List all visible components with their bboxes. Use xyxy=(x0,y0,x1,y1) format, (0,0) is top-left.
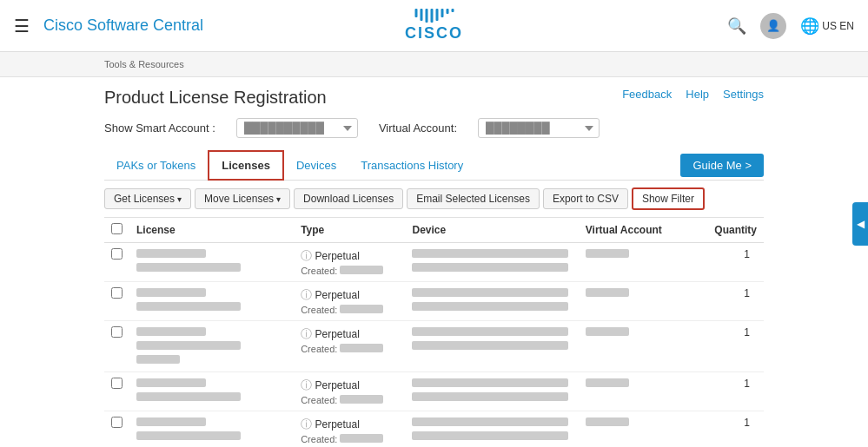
quantity-value: 1 xyxy=(744,378,750,390)
right-panel-handle[interactable]: ◀ xyxy=(852,202,868,246)
tab-paks-tokens[interactable]: PAKs or Tokens xyxy=(104,152,208,179)
row-checkbox[interactable] xyxy=(111,287,123,299)
device-name-blurred xyxy=(412,417,568,426)
licenses-table: License Type Device Virtual Account Quan… xyxy=(104,218,764,447)
type-created: Created: xyxy=(301,305,398,315)
table-row: ⓘ Perpetual Created: 1 xyxy=(104,372,764,411)
device-name-blurred xyxy=(412,378,568,387)
row-quantity-cell: 1 xyxy=(697,372,764,411)
cisco-logo: CISCO xyxy=(405,9,463,43)
toolbar: Get Licenses ▾ Move Licenses ▾ Download … xyxy=(104,181,764,218)
quantity-value: 1 xyxy=(744,248,750,260)
license-name-blurred xyxy=(136,327,206,336)
virtual-account-blurred xyxy=(586,288,629,297)
type-created: Created: xyxy=(301,395,398,405)
tab-licenses[interactable]: Licenses xyxy=(208,150,284,181)
device-detail-blurred xyxy=(412,263,568,272)
search-icon[interactable]: 🔍 xyxy=(727,16,746,36)
app-title: Cisco Software Central xyxy=(43,16,203,35)
col-header-checkbox xyxy=(104,218,129,243)
virtual-account-select[interactable]: ████████ xyxy=(478,118,600,138)
avatar[interactable]: 👤 xyxy=(760,13,786,39)
table-body: ⓘ Perpetual Created: 1 xyxy=(104,243,764,448)
row-type-cell: ⓘ Perpetual Created: xyxy=(294,243,405,282)
settings-link[interactable]: Settings xyxy=(723,88,764,101)
row-virtual-account-cell xyxy=(579,321,697,372)
col-header-device: Device xyxy=(405,218,578,243)
license-name-blurred xyxy=(136,288,206,297)
virtual-account-blurred xyxy=(586,417,629,426)
type-label: Perpetual xyxy=(315,418,360,431)
row-checkbox-cell xyxy=(104,372,129,411)
type-created: Created: xyxy=(301,344,398,354)
table-row: ⓘ Perpetual Created: 1 xyxy=(104,243,764,282)
move-licenses-dropdown-icon: ▾ xyxy=(276,194,281,204)
license-detail-blurred xyxy=(136,263,241,272)
page-header-row: Product License Registration Feedback He… xyxy=(104,88,764,108)
smart-account-select[interactable]: ██████████ xyxy=(236,118,358,138)
bar5 xyxy=(435,9,438,21)
license-name-blurred xyxy=(136,249,206,258)
bar2 xyxy=(420,9,422,21)
select-all-checkbox[interactable] xyxy=(111,223,123,234)
virtual-account-label: Virtual Account: xyxy=(379,122,457,135)
show-filter-button[interactable]: Show Filter xyxy=(632,187,705,210)
bar7 xyxy=(446,9,448,14)
right-handle-icon: ◀ xyxy=(857,218,865,230)
row-device-cell xyxy=(405,282,578,321)
device-name-blurred xyxy=(412,249,568,258)
type-created: Created: xyxy=(301,434,398,444)
move-licenses-button[interactable]: Move Licenses ▾ xyxy=(195,188,290,209)
licenses-table-container: License Type Device Virtual Account Quan… xyxy=(104,218,764,447)
row-device-cell xyxy=(405,372,578,411)
row-quantity-cell: 1 xyxy=(697,282,764,321)
row-type-cell: ⓘ Perpetual Created: xyxy=(294,372,405,411)
license-extra-blurred xyxy=(136,355,180,364)
row-checkbox[interactable] xyxy=(111,417,123,428)
row-checkbox-cell xyxy=(104,411,129,448)
row-quantity-cell: 1 xyxy=(697,411,764,448)
type-label: Perpetual xyxy=(315,250,360,262)
download-licenses-button[interactable]: Download Licenses xyxy=(294,188,403,209)
tab-transactions-history[interactable]: Transactions History xyxy=(348,152,475,179)
col-header-quantity: Quantity xyxy=(697,218,764,243)
row-device-cell xyxy=(405,321,578,372)
row-license-cell xyxy=(129,372,294,411)
get-licenses-dropdown-icon: ▾ xyxy=(177,194,182,204)
row-checkbox[interactable] xyxy=(111,248,123,260)
table-row: ⓘ Perpetual Created: 1 xyxy=(104,282,764,321)
row-type-cell: ⓘ Perpetual Created: xyxy=(294,321,405,372)
help-link[interactable]: Help xyxy=(686,88,709,101)
language-selector[interactable]: 🌐 US EN xyxy=(800,16,854,36)
table-header-row: License Type Device Virtual Account Quan… xyxy=(104,218,764,243)
get-licenses-button[interactable]: Get Licenses ▾ xyxy=(104,188,191,209)
table-row: ⓘ Perpetual Created: 1 xyxy=(104,411,764,448)
license-detail-blurred xyxy=(136,341,241,350)
menu-icon[interactable]: ☰ xyxy=(14,17,30,35)
device-detail-blurred xyxy=(412,341,568,350)
row-device-cell xyxy=(405,243,578,282)
row-license-cell xyxy=(129,411,294,448)
quantity-value: 1 xyxy=(744,287,750,299)
info-icon: ⓘ xyxy=(301,417,312,431)
email-licenses-button[interactable]: Email Selected Licenses xyxy=(407,188,540,209)
bar1 xyxy=(414,9,417,17)
license-name-blurred xyxy=(136,378,206,387)
lang-label: US EN xyxy=(822,20,854,32)
tab-devices[interactable]: Devices xyxy=(284,152,348,179)
export-csv-button[interactable]: Export to CSV xyxy=(543,188,628,209)
virtual-account-blurred xyxy=(586,378,629,387)
row-checkbox[interactable] xyxy=(111,378,123,389)
device-name-blurred xyxy=(412,288,568,297)
info-icon: ⓘ xyxy=(301,288,312,301)
row-checkbox-cell xyxy=(104,243,129,282)
feedback-link[interactable]: Feedback xyxy=(622,88,672,101)
row-virtual-account-cell xyxy=(579,411,697,448)
guide-me-button[interactable]: Guide Me > xyxy=(680,154,764,177)
row-virtual-account-cell xyxy=(579,372,697,411)
col-header-license: License xyxy=(129,218,294,243)
row-type-cell: ⓘ Perpetual Created: xyxy=(294,411,405,448)
header-links: Feedback Help Settings xyxy=(622,88,764,101)
row-device-cell xyxy=(405,411,578,448)
row-checkbox[interactable] xyxy=(111,326,123,338)
